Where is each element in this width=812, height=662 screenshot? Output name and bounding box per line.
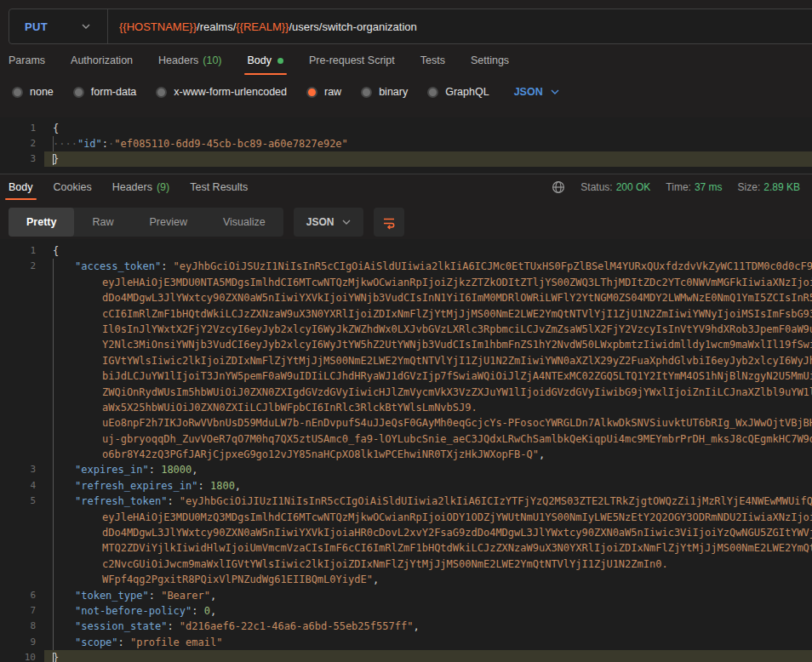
view-segmented-control: Pretty Raw Preview Visualize <box>9 208 283 237</box>
code-line: 2····"id":·"ef085110-6dd9-45cb-bc89-a60e… <box>0 136 812 151</box>
line-number: 3 <box>0 151 44 167</box>
method-select[interactable]: PUT <box>9 9 107 43</box>
view-visualize[interactable]: Visualize <box>205 208 283 237</box>
response-headers-count-badge: (9) <box>157 181 169 193</box>
line-number: 9 <box>0 635 44 650</box>
code-line: 1{ <box>0 121 812 136</box>
chevron-down-icon <box>342 220 351 225</box>
response-format-select[interactable]: JSON <box>294 208 364 237</box>
line-number: 2 <box>0 136 44 151</box>
request-url-bar: PUT {{HOSTNAME}}/realms/{{REALM}}/users/… <box>9 9 812 44</box>
line-number <box>0 306 44 322</box>
code-line: Il0sInJlYWxtX2FjY2VzcyI6eyJyb2xlcyI6WyJk… <box>0 322 812 337</box>
code-line: c2NvcGUiOiJwcm9maWxlIGVtYWlsIiwic2lkIjoi… <box>0 556 812 572</box>
line-number: 6 <box>0 588 44 603</box>
response-tab-test-results[interactable]: Test Results <box>190 174 248 200</box>
response-section: Body Cookies Headers(9) Test Results Sta… <box>0 174 812 662</box>
radio-icon <box>427 87 438 98</box>
view-raw[interactable]: Raw <box>74 208 131 237</box>
view-preview[interactable]: Preview <box>131 208 204 237</box>
line-number: 4 <box>0 478 44 494</box>
headers-count-badge: (10) <box>203 54 221 66</box>
code-line: eyJleHAiOjE3MDU0MzQ3MDgsImlhdCI6MTcwNTQz… <box>0 510 812 525</box>
url-variable: {{REALM}} <box>236 20 289 33</box>
time-badge: Time:37 ms <box>666 181 722 193</box>
response-tabs: Body Cookies Headers(9) Test Results <box>9 174 248 200</box>
line-number: 8 <box>0 619 44 634</box>
response-body-editor[interactable]: 1{2"access_token": "eyJhbGciOiJSUzI1NiIs… <box>0 239 812 662</box>
code-line: Y2Nlc3MiOnsiYWNjb3VudCI6eyJyb2xlcyI6WyJt… <box>0 337 812 352</box>
code-line: aWx5X25hbWUiOiJ0ZXN0ZXIiLCJlbWFpbCI6InRl… <box>0 400 812 415</box>
line-number <box>0 385 44 400</box>
line-number <box>0 400 44 415</box>
code-line: biJdLCJuYW1lIjoiT3JnYW5pemF0aW9uIDIiLCJh… <box>0 368 812 384</box>
url-variable: {{HOSTNAME}} <box>119 20 197 33</box>
line-number <box>0 353 44 368</box>
line-number <box>0 275 44 290</box>
line-number <box>0 337 44 352</box>
mode-none[interactable]: none <box>12 86 54 98</box>
request-body-editor[interactable]: 1{2····"id":·"ef085110-6dd9-45cb-bc89-a6… <box>0 117 812 174</box>
line-number: 5 <box>0 494 44 509</box>
radio-icon <box>12 87 23 98</box>
raw-language-select[interactable]: JSON <box>514 86 559 98</box>
code-line: uj-gbryoqqDh_ZuvVOeR7qO7M0hq7QX5ztUSAmc0… <box>0 431 812 447</box>
line-number: 10 <box>0 650 44 662</box>
radio-selected-icon <box>306 87 317 98</box>
line-number <box>0 368 44 384</box>
tab-params[interactable]: Params <box>9 44 45 77</box>
code-line: WFpf4qg2PgxitR8PQixVlPNZudWg61EIIBQmL0Yi… <box>0 572 812 587</box>
mode-x-www-form-urlencoded[interactable]: x-www-form-urlencoded <box>156 86 287 98</box>
line-number: 1 <box>0 121 44 136</box>
status-badge: Status:200 OK <box>580 181 650 193</box>
line-number: 3 <box>0 462 44 477</box>
code-line: 3"expires_in": 18000, <box>0 462 812 477</box>
code-line: IGVtYWlsIiwic2lkIjoiZDIxNmFlZjYtMjJjMS00… <box>0 353 812 368</box>
code-line: 6"token_type": "Bearer", <box>0 588 812 603</box>
response-tab-headers[interactable]: Headers(9) <box>112 174 170 200</box>
code-line: dDo4MDgwL3JlYWxtcy90ZXN0aW5nIiwiYXVkIjoi… <box>0 525 812 540</box>
response-tab-body[interactable]: Body <box>9 174 33 200</box>
indent-guide <box>53 136 54 151</box>
body-mode-row: none form-data x-www-form-urlencoded raw… <box>0 77 812 107</box>
globe-icon[interactable] <box>552 180 565 194</box>
mode-raw[interactable]: raw <box>306 86 341 98</box>
code-line: 1{ <box>0 243 812 259</box>
line-number <box>0 510 44 525</box>
code-line: dDo4MDgwL3JlYWxtcy90ZXN0aW5nIiwiYXVkIjoi… <box>0 290 812 305</box>
code-line: eyJleHAiOjE3MDU0NTA5MDgsImlhdCI6MTcwNTQz… <box>0 275 812 290</box>
line-number <box>0 540 44 556</box>
code-line: 10} <box>0 650 812 662</box>
code-line: 5"refresh_token": "eyJhbGciOiJIUzI1NiIsI… <box>0 494 812 509</box>
mode-form-data[interactable]: form-data <box>73 86 137 98</box>
tab-tests[interactable]: Tests <box>420 44 445 77</box>
code-line: 3} <box>0 151 812 167</box>
chevron-down-icon <box>551 89 559 94</box>
view-pretty[interactable]: Pretty <box>9 208 74 237</box>
tab-headers[interactable]: Headers(10) <box>158 44 221 77</box>
wrap-text-icon <box>381 214 397 230</box>
code-line: 8"session_state": "d216aef6-22c1-46a6-a6… <box>0 619 812 634</box>
url-input[interactable]: {{HOSTNAME}}/realms/{{REALM}}/users/swit… <box>108 20 812 33</box>
tab-body[interactable]: Body <box>248 44 284 77</box>
url-path: /users/switch-organization <box>289 20 416 33</box>
wrap-text-button[interactable] <box>374 208 404 237</box>
tab-authorization[interactable]: Authorization <box>71 44 133 77</box>
mode-graphql[interactable]: GraphQL <box>427 86 489 98</box>
code-line: uEo8npF2h7IKJoRwVVbnUsD59MduLW7b-nEnDvpu… <box>0 415 812 431</box>
code-line: ZWQiOnRydWUsIm5hbWUiOiJ0ZXN0ZXIgdGVzdGVy… <box>0 385 812 400</box>
code-line: MTQ2ZDViYjlkIiwidHlwIjoiUmVmcmVzaCIsImF6… <box>0 540 812 556</box>
line-number <box>0 525 44 540</box>
request-tabs: Params Authorization Headers(10) Body Pr… <box>0 44 812 77</box>
response-header: Body Cookies Headers(9) Test Results Sta… <box>0 174 812 200</box>
code-line: 2"access_token": "eyJhbGciOiJSUzI1NiIsIn… <box>0 259 812 274</box>
code-line: cCI6ImRlZmF1bHQtdWkiLCJzZXNzaW9uX3N0YXRl… <box>0 306 812 322</box>
response-tab-cookies[interactable]: Cookies <box>54 174 92 200</box>
method-label: PUT <box>25 20 48 33</box>
size-badge: Size:2.89 KB <box>738 181 800 193</box>
line-number <box>0 415 44 431</box>
tab-settings[interactable]: Settings <box>471 44 509 77</box>
code-line: o6br8Y42zQ3PGfJARjCjpxeG9go12vJY85naHCpX… <box>0 447 812 462</box>
mode-binary[interactable]: binary <box>361 86 408 98</box>
tab-pre-request-script[interactable]: Pre-request Script <box>309 44 395 77</box>
